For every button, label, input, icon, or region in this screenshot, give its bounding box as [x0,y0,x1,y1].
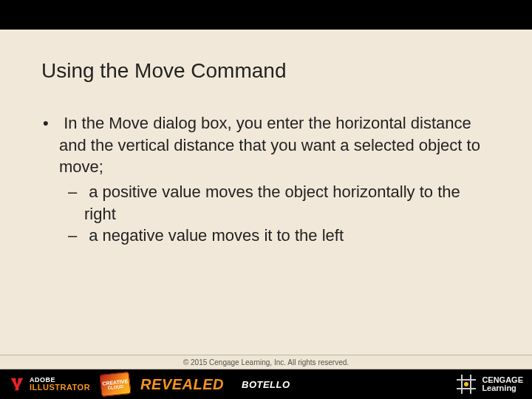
adobe-line2: ILLUSTRATOR [30,383,90,392]
sub-bullet-item: a positive value moves the object horizo… [84,181,491,225]
bullet-text: In the Move dialog box, you enter the ho… [59,114,480,176]
sub-bullet-list: a positive value moves the object horizo… [59,181,491,247]
adobe-block: ADOBE ILLUSTRATOR [9,376,90,392]
top-bar [0,0,532,30]
cc-line2: CLOUD [108,383,124,389]
revealed-label: REVEALED [140,376,224,393]
adobe-logo-icon [9,376,25,392]
sub-bullet-item: a negative value moves it to the left [84,225,491,247]
cengage-line2: Learning [482,384,523,392]
slide-content: Using the Move Command In the Move dialo… [0,30,532,247]
author-label: BOTELLO [242,379,290,390]
cengage-logo-icon [457,375,476,394]
cengage-text: CENGAGE Learning [482,376,523,392]
sub-bullet-text: a positive value moves the object horizo… [84,183,460,223]
bullet-list: In the Move dialog box, you enter the ho… [41,112,491,247]
slide: Using the Move Command In the Move dialo… [0,0,532,399]
creative-cloud-badge-icon: CREATIVE CLOUD [100,372,132,397]
slide-title: Using the Move Command [41,59,491,83]
sub-bullet-text: a negative value moves it to the left [89,226,344,245]
footer-bar: ADOBE ILLUSTRATOR CREATIVE CLOUD REVEALE… [0,369,532,399]
adobe-text: ADOBE ILLUSTRATOR [30,377,90,392]
copyright-bar: © 2015 Cengage Learning, Inc. All rights… [0,355,532,369]
cengage-block: CENGAGE Learning [457,375,523,394]
bullet-item: In the Move dialog box, you enter the ho… [59,112,491,247]
copyright-text: © 2015 Cengage Learning, Inc. All rights… [183,358,349,366]
